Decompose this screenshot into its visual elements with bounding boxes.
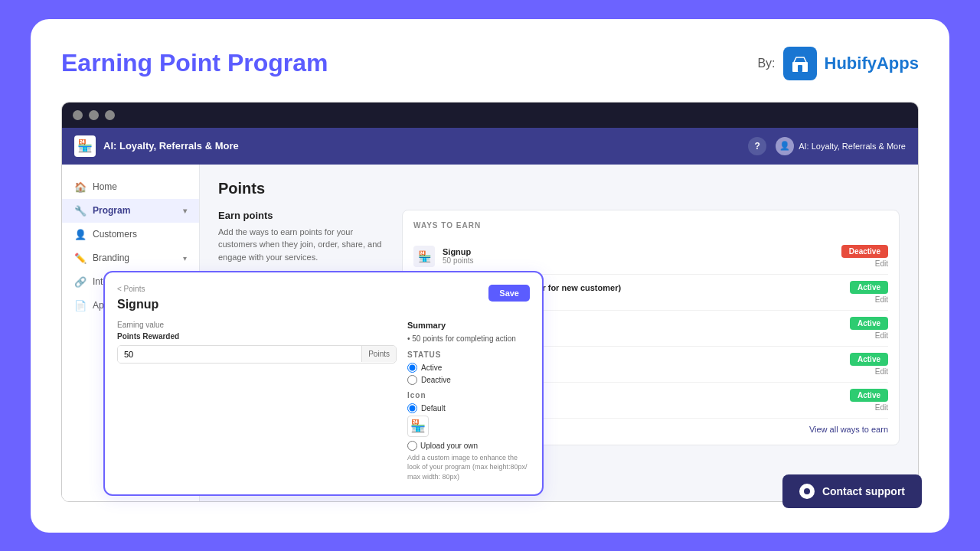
branding-icon: ✏️	[74, 253, 87, 264]
signup-name: Signup	[443, 247, 834, 256]
support-bubble-icon	[799, 484, 815, 499]
browser-dot-3	[105, 110, 115, 120]
icon-preview: 🏪	[407, 416, 429, 437]
icon-section-label: Icon	[407, 391, 530, 399]
popup-form-left: Earning value Points Rewarded Points	[117, 321, 397, 482]
upload-desc: Add a custom image to enhance the look o…	[407, 453, 530, 482]
signup-info: Signup 50 points	[443, 247, 834, 265]
icon-default-radio[interactable]	[407, 403, 417, 413]
active-label: Active	[421, 364, 442, 372]
points-input-row: Points	[117, 345, 397, 364]
icon-default-label: Default	[421, 404, 446, 412]
signup-popup: < Points Signup Save Earning value Point…	[103, 271, 544, 496]
upload-own-radio[interactable]	[407, 441, 417, 451]
app-nav-right: ? 👤 AI: Loyalty, Referrals & More	[748, 137, 906, 155]
svg-rect-1	[798, 65, 802, 72]
nav-user-name: AI: Loyalty, Referrals & More	[799, 142, 906, 151]
active-radio[interactable]	[407, 363, 417, 373]
place-order-edit-link[interactable]: Edit	[875, 295, 888, 304]
points-title: Points	[218, 180, 900, 197]
contact-support-button[interactable]: Contact support	[782, 474, 922, 508]
popup-breadcrumb: < Points	[117, 285, 530, 293]
popup-save-button[interactable]: Save	[488, 285, 530, 302]
status-label: STATUS	[407, 350, 530, 359]
points-input[interactable]	[118, 346, 361, 363]
app-navbar: 🏪 AI: Loyalty, Referrals & More ? 👤 AI: …	[62, 128, 918, 165]
status-active-row: Active	[407, 363, 530, 373]
popup-form-right: Summary 50 points for completing action …	[407, 321, 530, 482]
popup-title: Signup	[117, 298, 530, 311]
customers-icon: 👤	[74, 229, 87, 240]
brand-by-text: By:	[757, 57, 775, 70]
share-facebook-actions: Active Edit	[850, 353, 888, 376]
earn-heading: Earn points	[218, 210, 387, 221]
like-facebook-active-button[interactable]: Active	[850, 317, 888, 330]
follow-instagram-active-button[interactable]: Active	[850, 389, 888, 402]
status-deactive-row: Deactive	[407, 375, 530, 385]
place-order-actions: Active Edit	[850, 281, 888, 304]
sidebar-label-home: Home	[93, 181, 117, 192]
integrations-icon: 🔗	[74, 276, 87, 288]
points-rewarded-label: Points Rewarded	[117, 332, 397, 341]
upload-own-label: Upload your own	[420, 442, 478, 450]
app-nav-title: AI: Loyalty, Referrals & More	[103, 140, 239, 152]
page-header: Earning Point Program By: HubifyApps	[61, 47, 919, 80]
popup-body: Earning value Points Rewarded Points Sum…	[117, 321, 530, 482]
signup-icon: 🏪	[413, 246, 435, 267]
sidebar-label-customers: Customers	[93, 229, 137, 240]
follow-instagram-actions: Active Edit	[850, 389, 888, 412]
browser-dot-2	[89, 110, 99, 120]
deactive-label: Deactive	[421, 376, 451, 384]
main-card: Earning Point Program By: HubifyApps	[31, 19, 949, 533]
help-button[interactable]: ?	[748, 137, 766, 155]
like-facebook-edit-link[interactable]: Edit	[875, 331, 888, 340]
follow-instagram-edit-link[interactable]: Edit	[875, 403, 888, 412]
sidebar-item-program[interactable]: 🔧 Program ▾	[62, 199, 199, 223]
sidebar-item-home[interactable]: 🏠 Home	[62, 175, 199, 199]
app-nav-icon: 🏪	[74, 135, 96, 157]
signup-edit-link[interactable]: Edit	[875, 259, 888, 268]
page-title: Earning Point Program	[61, 49, 328, 77]
summary-title: Summary	[407, 321, 530, 330]
home-icon: 🏠	[74, 181, 87, 193]
browser-bar	[62, 103, 918, 128]
chevron-branding-icon: ▾	[183, 254, 187, 262]
share-facebook-active-button[interactable]: Active	[850, 353, 888, 366]
like-facebook-actions: Active Edit	[850, 317, 888, 340]
summary-text: 50 points for completing action	[407, 334, 530, 343]
user-avatar: 👤	[776, 137, 794, 155]
signup-deactive-button[interactable]: Deactive	[841, 245, 888, 258]
earn-description: Add the ways to earn points for your cus…	[218, 226, 387, 264]
share-facebook-edit-link[interactable]: Edit	[875, 367, 888, 376]
sidebar-item-customers[interactable]: 👤 Customers	[62, 223, 199, 246]
brand-name: HubifyApps	[825, 54, 919, 73]
signup-actions: Deactive Edit	[841, 245, 888, 268]
place-order-active-button[interactable]: Active	[850, 281, 888, 294]
nav-user: 👤 AI: Loyalty, Referrals & More	[776, 137, 906, 155]
app-nav-left: 🏪 AI: Loyalty, Referrals & More	[74, 135, 239, 157]
contact-support-label: Contact support	[822, 485, 905, 497]
brand-logo: By: HubifyApps	[757, 47, 919, 80]
way-item-signup: 🏪 Signup 50 points Deactive Edit	[413, 239, 888, 275]
shop-icon	[783, 47, 817, 80]
support-bubble-inner	[804, 488, 810, 494]
sidebar-item-branding[interactable]: ✏️ Branding ▾	[62, 246, 199, 270]
browser-dot-1	[73, 110, 83, 120]
upload-own-row: Upload your own	[407, 441, 530, 451]
ways-header: WAYS TO EARN	[413, 221, 888, 230]
deactive-radio[interactable]	[407, 375, 417, 385]
sidebar-label-branding: Branding	[93, 253, 129, 263]
points-suffix: Points	[361, 346, 396, 362]
chevron-down-icon: ▾	[183, 207, 187, 215]
earning-value-label: Earning value	[117, 321, 397, 329]
signup-points: 50 points	[443, 256, 834, 265]
program-icon: 🔧	[74, 205, 87, 217]
docs-icon: 📄	[74, 300, 87, 311]
sidebar-label-program: Program	[93, 205, 130, 216]
icon-default-row: Default	[407, 403, 530, 413]
